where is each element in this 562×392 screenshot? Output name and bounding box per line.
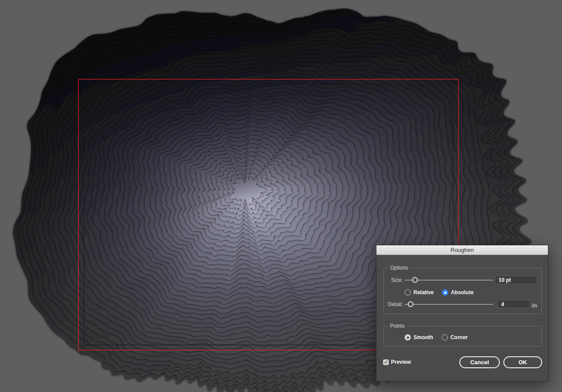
size-input[interactable] — [495, 276, 537, 284]
size-slider-track[interactable] — [405, 280, 493, 281]
roughen-dialog: Roughen Options Size: Relative Absolute … — [376, 245, 548, 381]
points-mode-radios: Smooth Corner — [405, 334, 468, 340]
ok-button[interactable]: OK — [503, 356, 542, 368]
relative-radio[interactable] — [405, 289, 411, 296]
size-slider-knob[interactable] — [412, 277, 418, 283]
illustrator-canvas: Roughen Options Size: Relative Absolute … — [0, 0, 562, 392]
detail-input[interactable] — [498, 300, 530, 308]
smooth-radio[interactable] — [405, 334, 411, 340]
preview-checkbox[interactable]: ✓ — [383, 359, 389, 365]
detail-slider-knob[interactable] — [408, 301, 413, 307]
points-group-label: Points — [388, 323, 407, 329]
detail-label: Detail: — [383, 301, 403, 307]
corner-radio[interactable] — [442, 334, 448, 340]
dialog-title: Roughen — [450, 247, 474, 253]
preview-checkbox-label[interactable]: Preview — [391, 359, 411, 365]
relative-radio-label[interactable]: Relative — [413, 289, 434, 296]
cancel-button[interactable]: Cancel — [459, 356, 500, 368]
dialog-titlebar[interactable]: Roughen — [376, 245, 548, 255]
smooth-radio-label[interactable]: Smooth — [413, 334, 433, 340]
detail-slider[interactable] — [405, 301, 493, 307]
size-slider[interactable] — [405, 277, 493, 283]
size-label: Size: — [383, 277, 403, 283]
size-mode-radios: Relative Absolute — [405, 289, 473, 296]
corner-radio-label[interactable]: Corner — [450, 334, 468, 340]
absolute-radio-label[interactable]: Absolute — [451, 289, 473, 296]
detail-slider-track[interactable] — [405, 304, 493, 305]
options-group-label: Options — [388, 265, 410, 271]
absolute-radio[interactable] — [442, 289, 448, 296]
detail-unit-label: /in — [532, 303, 537, 309]
